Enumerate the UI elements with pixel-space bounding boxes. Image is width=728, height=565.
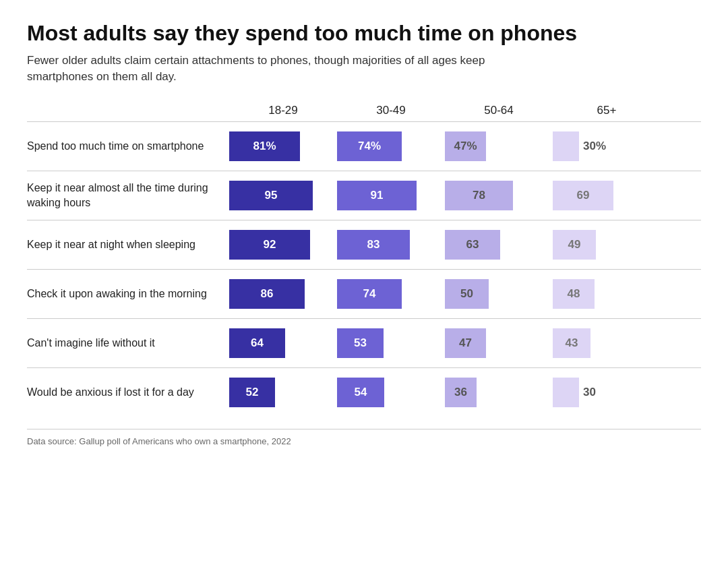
- bar-wrap: 30: [553, 378, 596, 407]
- bar: 49: [553, 230, 596, 260]
- bar: 95: [229, 181, 313, 210]
- bar-cell: 81%: [229, 131, 337, 161]
- chart-row: Check it upon awaking in the morning8674…: [27, 269, 701, 318]
- bars-group: 95917869: [229, 181, 701, 210]
- bar: 81%: [229, 131, 300, 161]
- bar-wrap: 86: [229, 279, 305, 309]
- bar-wrap: 30%: [553, 131, 606, 161]
- bar-cell: 69: [553, 181, 661, 210]
- bar-wrap: 47: [445, 328, 486, 358]
- bar: 91: [337, 181, 417, 210]
- bar-wrap: 74: [337, 279, 402, 309]
- bar-wrap: 49: [553, 230, 596, 260]
- row-label: Can't imagine life without it: [27, 336, 229, 351]
- bar-cell: 43: [553, 328, 661, 358]
- bar: 86: [229, 279, 305, 309]
- bar-cell: 49: [553, 230, 661, 260]
- bar-wrap: 81%: [229, 131, 300, 161]
- bar: 47: [445, 328, 486, 358]
- bar-cell: 54: [337, 378, 445, 407]
- chart-rows: Spend too much time on smartphone81%74%4…: [27, 121, 701, 417]
- chart-row: Keep it near almost all the time during …: [27, 171, 701, 220]
- bar-wrap: 54: [337, 378, 384, 407]
- bar: 64: [229, 328, 285, 358]
- data-source: Data source: Gallup poll of Americans wh…: [27, 429, 701, 446]
- bar: [553, 131, 579, 161]
- bar-wrap: 91: [337, 181, 417, 210]
- bar-cell: 30%: [553, 131, 661, 161]
- subtitle: Fewer older adults claim certain attachm…: [27, 53, 512, 85]
- bar-value-outside: 30%: [583, 140, 606, 153]
- bar-cell: 64: [229, 328, 337, 358]
- bar-wrap: 48: [553, 279, 595, 309]
- chart-area: 18-2930-4950-6465+ Spend too much time o…: [27, 104, 701, 446]
- bar-cell: 92: [229, 230, 337, 260]
- bar-cell: 74%: [337, 131, 445, 161]
- bar-cell: 48: [553, 279, 661, 309]
- bar: 53: [337, 328, 384, 358]
- bar-wrap: 50: [445, 279, 489, 309]
- bars-group: 52543630: [229, 378, 701, 407]
- bar-cell: 30: [553, 378, 661, 407]
- bar-cell: 91: [337, 181, 445, 210]
- age-group-label: 30-49: [337, 104, 445, 117]
- row-label: Spend too much time on smartphone: [27, 139, 229, 154]
- row-label: Keep it near at night when sleeping: [27, 237, 229, 252]
- bar: 52: [229, 378, 275, 407]
- bar-cell: 52: [229, 378, 337, 407]
- age-group-label: 50-64: [445, 104, 553, 117]
- bars-group: 92836349: [229, 230, 701, 260]
- row-label: Keep it near almost all the time during …: [27, 181, 229, 210]
- bar-wrap: 43: [553, 328, 590, 358]
- bar-cell: 74: [337, 279, 445, 309]
- bar: 48: [553, 279, 595, 309]
- age-group-label: 65+: [553, 104, 661, 117]
- age-header-row: 18-2930-4950-6465+: [229, 104, 701, 117]
- bar-wrap: 95: [229, 181, 313, 210]
- bars-group: 64534743: [229, 328, 701, 358]
- bar-wrap: 74%: [337, 131, 402, 161]
- bar: 43: [553, 328, 590, 358]
- bar: 83: [337, 230, 410, 260]
- bar-wrap: 52: [229, 378, 275, 407]
- bar: 63: [445, 230, 500, 260]
- bar-cell: 36: [445, 378, 553, 407]
- bar-wrap: 47%: [445, 131, 486, 161]
- bar-cell: 50: [445, 279, 553, 309]
- chart-row: Spend too much time on smartphone81%74%4…: [27, 121, 701, 171]
- bar: 78: [445, 181, 513, 210]
- bar-wrap: 64: [229, 328, 285, 358]
- bar: 74%: [337, 131, 402, 161]
- bar-cell: 47: [445, 328, 553, 358]
- age-group-label: 18-29: [229, 104, 337, 117]
- bar-wrap: 69: [553, 181, 613, 210]
- bar-wrap: 63: [445, 230, 500, 260]
- bar-wrap: 53: [337, 328, 384, 358]
- bar-cell: 53: [337, 328, 445, 358]
- bar: 74: [337, 279, 402, 309]
- bar: 50: [445, 279, 489, 309]
- bar-wrap: 36: [445, 378, 477, 407]
- bar-wrap: 83: [337, 230, 410, 260]
- bar: 69: [553, 181, 613, 210]
- chart-row: Can't imagine life without it64534743: [27, 318, 701, 367]
- bar: [553, 378, 579, 407]
- main-title: Most adults say they spend too much time…: [27, 20, 701, 46]
- bar-cell: 83: [337, 230, 445, 260]
- bar-cell: 86: [229, 279, 337, 309]
- bar-value-outside: 30: [583, 386, 596, 399]
- row-label: Would be anxious if lost it for a day: [27, 385, 229, 400]
- bar: 54: [337, 378, 384, 407]
- bar-cell: 47%: [445, 131, 553, 161]
- bar: 92: [229, 230, 310, 260]
- bar-cell: 63: [445, 230, 553, 260]
- bar-cell: 95: [229, 181, 337, 210]
- bar-cell: 78: [445, 181, 553, 210]
- row-label: Check it upon awaking in the morning: [27, 287, 229, 301]
- bar-wrap: 78: [445, 181, 513, 210]
- chart-row: Keep it near at night when sleeping92836…: [27, 220, 701, 269]
- bar-wrap: 92: [229, 230, 310, 260]
- bar: 36: [445, 378, 477, 407]
- bars-group: 86745048: [229, 279, 701, 309]
- chart-row: Would be anxious if lost it for a day525…: [27, 367, 701, 417]
